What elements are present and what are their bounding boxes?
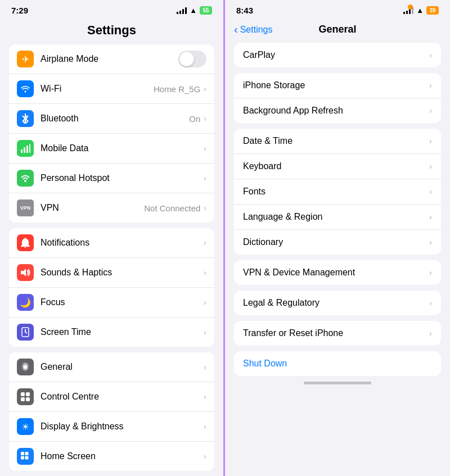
vpndevice-label: VPN & Device Management — [243, 268, 429, 278]
controlcentre-row[interactable]: Control Centre › — [9, 382, 214, 412]
carplay-section: CarPlay › — [234, 43, 441, 67]
back-button[interactable]: ‹ Settings — [234, 23, 272, 36]
general-chevron: › — [204, 362, 206, 371]
reset-section: Transfer or Reset iPhone › — [234, 321, 441, 346]
iphonestorage-row[interactable]: iPhone Storage › — [234, 73, 441, 98]
general-section: General › Control Centre › ☀ Displ — [9, 352, 214, 471]
backgroundrefresh-label: Background App Refresh — [243, 106, 429, 116]
screentime-label: Screen Time — [40, 327, 204, 337]
shutdown-row[interactable]: Shut Down — [234, 351, 441, 376]
svg-marker-5 — [21, 269, 26, 276]
sounds-row[interactable]: Sounds & Haptics › — [9, 258, 214, 288]
airplane-toggle[interactable] — [178, 51, 206, 67]
focus-icon: 🌙 — [17, 294, 34, 311]
legal-label: Legal & Regulatory — [243, 298, 429, 308]
datetime-label: Date & Time — [243, 136, 429, 146]
page-title-left: Settings — [0, 19, 223, 44]
bluetooth-chevron: › — [204, 114, 206, 123]
bluetooth-row[interactable]: Bluetooth On › — [9, 104, 214, 134]
time-left: 7:29 — [11, 6, 28, 15]
datetime-row[interactable]: Date & Time › — [234, 129, 441, 154]
homescreen-label: Home Screen — [40, 451, 204, 461]
iphonestorage-label: iPhone Storage — [243, 80, 429, 90]
status-icons-left: ▲ 55 — [177, 6, 212, 15]
focus-chevron: › — [204, 298, 206, 307]
vpndevice-section: VPN & Device Management › — [234, 260, 441, 285]
home-indicator-right — [304, 382, 371, 384]
focus-label: Focus — [40, 297, 204, 307]
storage-section: iPhone Storage › Background App Refresh … — [234, 73, 441, 123]
hotspot-label: Personal Hotspot — [40, 173, 204, 183]
mobiledata-row[interactable]: Mobile Data › — [9, 134, 214, 164]
svg-rect-16 — [25, 452, 29, 455]
connectivity-section: ✈ Airplane Mode Wi-Fi Home R_5G › — [9, 44, 214, 223]
datetime-chevron: › — [429, 137, 432, 146]
vpn-icon: VPN — [17, 200, 34, 216]
shutdown-label[interactable]: Shut Down — [243, 359, 287, 369]
dictionary-row[interactable]: Dictionary › — [234, 230, 441, 255]
svg-rect-12 — [26, 392, 30, 396]
time-right: 8:43 — [236, 6, 253, 15]
hotspot-row[interactable]: Personal Hotspot › — [9, 164, 214, 193]
vpndevice-row[interactable]: VPN & Device Management › — [234, 260, 441, 285]
svg-rect-18 — [25, 456, 29, 460]
hotspot-icon — [17, 170, 34, 187]
legal-row[interactable]: Legal & Regulatory › — [234, 291, 441, 315]
transferreset-row[interactable]: Transfer or Reset iPhone › — [234, 321, 441, 346]
airplane-label: Airplane Mode — [40, 54, 178, 64]
sounds-icon — [17, 264, 34, 281]
nav-bar-right: ‹ Settings General — [225, 19, 450, 43]
vpndevice-chevron: › — [429, 268, 432, 277]
fonts-label: Fonts — [243, 187, 429, 197]
bluetooth-label: Bluetooth — [40, 114, 189, 124]
wifi-status-icon: ▲ — [190, 6, 197, 15]
carplay-row[interactable]: CarPlay › — [234, 43, 441, 67]
datetime-section: Date & Time › Keyboard › Fonts › Languag… — [234, 129, 441, 255]
svg-rect-13 — [21, 397, 25, 401]
vpn-row[interactable]: VPN VPN Not Connected › — [9, 193, 214, 223]
notifications-row[interactable]: Notifications › — [9, 228, 214, 258]
bluetooth-value: On — [189, 114, 200, 124]
screentime-icon — [17, 324, 34, 341]
keyboard-row[interactable]: Keyboard › — [234, 154, 441, 179]
wifi-icon — [17, 80, 34, 97]
display-row[interactable]: ☀ Display & Brightness › — [9, 412, 214, 442]
legal-chevron: › — [429, 298, 432, 307]
vpn-chevron: › — [204, 203, 206, 212]
battery-left: 55 — [200, 6, 212, 15]
focus-row[interactable]: 🌙 Focus › — [9, 288, 214, 318]
notifications-chevron: › — [204, 238, 206, 247]
language-chevron: › — [429, 212, 432, 221]
keyboard-chevron: › — [429, 162, 432, 171]
airplane-icon: ✈ — [17, 51, 34, 67]
svg-rect-15 — [21, 452, 24, 455]
airplane-mode-row[interactable]: ✈ Airplane Mode — [9, 44, 214, 74]
general-label: General — [40, 362, 204, 372]
back-label[interactable]: Settings — [240, 25, 273, 35]
wifi-status-icon-right: ▲ — [416, 6, 424, 15]
vpn-value: Not Connected — [144, 203, 200, 213]
fonts-row[interactable]: Fonts › — [234, 179, 441, 205]
svg-rect-2 — [26, 146, 28, 153]
svg-point-4 — [24, 180, 26, 182]
hotspot-chevron: › — [204, 174, 206, 183]
dictionary-label: Dictionary — [243, 237, 429, 247]
general-row[interactable]: General › — [9, 352, 214, 382]
notifications-label: Notifications — [40, 238, 204, 248]
general-icon — [17, 359, 34, 375]
mobiledata-icon — [17, 140, 34, 157]
display-icon: ☀ — [17, 418, 34, 435]
language-label: Language & Region — [243, 212, 429, 222]
wifi-label: Wi-Fi — [40, 84, 154, 94]
wifi-row[interactable]: Wi-Fi Home R_5G › — [9, 74, 214, 104]
controlcentre-icon — [17, 388, 34, 405]
language-row[interactable]: Language & Region › — [234, 205, 441, 230]
homescreen-row[interactable]: Home Screen › — [9, 442, 214, 471]
backgroundrefresh-row[interactable]: Background App Refresh › — [234, 98, 441, 123]
iphonestorage-chevron: › — [429, 81, 432, 90]
display-chevron: › — [204, 422, 206, 431]
svg-rect-14 — [26, 397, 30, 401]
legal-section: Legal & Regulatory › — [234, 291, 441, 315]
status-bar-right: 8:43 ▲ 39 — [225, 0, 450, 19]
screentime-row[interactable]: Screen Time › — [9, 318, 214, 347]
